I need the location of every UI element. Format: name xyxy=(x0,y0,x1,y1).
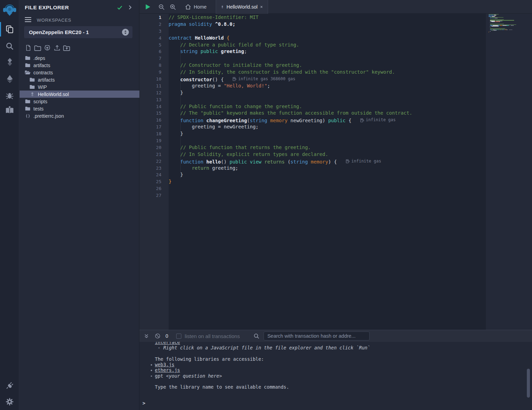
code-line[interactable]: 1// SPDX-License-Identifier: MIT xyxy=(139,14,486,21)
code-line-content: // Public function to change the greetin… xyxy=(169,103,302,110)
zoom-out-icon[interactable] xyxy=(158,0,165,14)
listen-transactions-checkbox[interactable] xyxy=(176,334,181,339)
line-number: 5 xyxy=(139,42,169,49)
code-line-content: // Public function that returns the gree… xyxy=(169,144,311,151)
file-explorer-toolbar xyxy=(24,44,70,52)
file-tree-label: WIP xyxy=(38,84,47,90)
zoom-in-icon[interactable] xyxy=(170,0,176,14)
file-tree-item-scripts[interactable]: scripts xyxy=(20,98,139,105)
editor-tabbar: Home HelloWorld.sol xyxy=(139,0,532,14)
clone-github-icon[interactable] xyxy=(44,44,51,52)
code-line[interactable]: 2pragma solidity ^0.8.0; xyxy=(139,21,486,28)
clear-console-icon[interactable] xyxy=(155,333,160,339)
gas-estimate-badge: infinite gas xyxy=(360,117,396,124)
code-line[interactable]: 20 // Public function that returns the g… xyxy=(139,144,486,151)
code-line[interactable]: 21 // In Solidity, explicit return types… xyxy=(139,151,486,158)
code-line[interactable]: 26 xyxy=(139,185,486,192)
line-number: 7 xyxy=(139,55,169,62)
panel-chevron-right-icon[interactable] xyxy=(127,5,132,11)
code-line[interactable]: 3 xyxy=(139,28,486,35)
plugin-manager-icon[interactable] xyxy=(0,381,19,390)
code-line[interactable]: 12 } xyxy=(139,90,486,96)
code-line[interactable]: 13 xyxy=(139,96,486,103)
code-line-content: } xyxy=(169,171,183,178)
terminal-link-ethers-js[interactable]: ethers.js xyxy=(155,367,180,373)
code-line[interactable]: 17 greeting = newGreeting; xyxy=(139,124,486,130)
code-line[interactable]: 4contract HelloWorld { xyxy=(139,35,486,42)
code-line[interactable]: 27 xyxy=(139,192,486,199)
file-tree-item-wip[interactable]: WIP xyxy=(20,83,139,91)
line-number: 21 xyxy=(139,151,169,158)
code-line-content: function hello() public view returns (st… xyxy=(169,158,381,165)
code-line[interactable]: 14 // Public function to change the gree… xyxy=(139,103,486,110)
code-line[interactable]: 18 } xyxy=(139,130,486,137)
folder-icon xyxy=(25,63,31,67)
settings-gear-icon[interactable] xyxy=(0,397,19,406)
file-tree-item-artifacts[interactable]: artifacts xyxy=(20,76,139,83)
file-tree-item-helloworld-sol[interactable]: HelloWorld.sol xyxy=(20,91,139,98)
solidity-compiler-icon[interactable] xyxy=(0,57,19,66)
run-script-button[interactable] xyxy=(145,0,151,14)
folder-open-icon xyxy=(25,70,31,75)
folder-icon xyxy=(29,77,35,82)
code-line[interactable]: 16 function changeGreeting(string memory… xyxy=(139,117,486,124)
code-line[interactable]: 8 // Constructor to initialize the greet… xyxy=(139,62,486,69)
code-line-content: string public greeting; xyxy=(169,48,247,55)
file-tree-item--deps[interactable]: .deps xyxy=(20,54,139,62)
file-explorer-icon[interactable] xyxy=(0,25,19,34)
file-tree-item-contracts[interactable]: contracts xyxy=(20,69,139,76)
file-tree-item-artifacts[interactable]: artifacts xyxy=(20,62,139,69)
code-line[interactable]: 5 // Declare a public field of type stri… xyxy=(139,42,486,49)
code-line[interactable]: 9 // In Solidity, the constructor is def… xyxy=(139,69,486,76)
line-number: 23 xyxy=(139,165,169,172)
terminal-prompt[interactable]: > xyxy=(142,400,145,406)
terminal-link-web3-js[interactable]: web3.js xyxy=(155,362,174,367)
workspaces-menu-icon[interactable] xyxy=(25,17,31,23)
workspace-select[interactable]: OpenZeppelin ERC20 - 1 xyxy=(24,26,132,38)
file-tree-item-tests[interactable]: tests xyxy=(20,105,139,112)
code-line[interactable]: 15 // The "public" keyword makes the fun… xyxy=(139,110,486,117)
terminal-search-input[interactable] xyxy=(264,332,370,340)
terminal-output[interactable]: interface - Right click on a JavaScript … xyxy=(139,342,532,410)
new-file-icon[interactable] xyxy=(24,44,32,52)
code-line[interactable]: 25} xyxy=(139,178,486,185)
upload-folder-icon[interactable] xyxy=(63,44,70,52)
file-tree-label: scripts xyxy=(33,99,47,104)
file-tree-label: .deps xyxy=(33,55,45,61)
code-line[interactable]: 11 greeting = "Hello, World!"; xyxy=(139,83,486,90)
code-line-content: constructor() {infinite gas 368600 gas xyxy=(169,76,295,83)
code-line[interactable]: 7 xyxy=(139,55,486,62)
activity-bar xyxy=(0,0,19,410)
remix-logo-icon[interactable] xyxy=(0,3,19,17)
folder-icon xyxy=(29,85,35,89)
code-line-content: // Constructor to initialize the greetin… xyxy=(169,62,302,69)
workspace-check-icon[interactable] xyxy=(117,4,123,12)
code-line-content: } xyxy=(169,130,183,137)
terminal-scrollbar[interactable] xyxy=(527,369,530,398)
code-line[interactable]: 23 return greeting; xyxy=(139,165,486,172)
deploy-run-icon[interactable] xyxy=(0,74,19,84)
learneth-icon[interactable] xyxy=(0,106,19,114)
file-tree-item--prettierrc-json[interactable]: .prettierrc.json xyxy=(20,112,139,119)
collapse-terminal-icon[interactable] xyxy=(144,334,149,339)
terminal-line: interface xyxy=(155,342,532,345)
debugger-icon[interactable] xyxy=(0,91,19,100)
search-icon[interactable] xyxy=(0,42,19,51)
tab-home[interactable]: Home xyxy=(180,0,211,14)
tab-helloworld-sol[interactable]: HelloWorld.sol xyxy=(216,0,268,14)
solidity-file-icon xyxy=(221,4,224,10)
code-line[interactable]: 10 constructor() {infinite gas 368600 ga… xyxy=(139,76,486,83)
code-line[interactable]: 6 string public greeting; xyxy=(139,48,486,55)
gas-estimate-badge: infinite gas xyxy=(346,158,381,165)
code-editor[interactable]: 1// SPDX-License-Identifier: MIT2pragma … xyxy=(139,14,486,330)
close-tab-icon[interactable] xyxy=(260,5,263,9)
code-line[interactable]: 19 xyxy=(139,137,486,144)
code-line[interactable]: 22 function hello() public view returns … xyxy=(139,158,486,165)
file-tree-label: artifacts xyxy=(33,63,50,68)
minimap[interactable] xyxy=(486,14,532,330)
line-number: 24 xyxy=(139,171,169,178)
upload-file-icon[interactable] xyxy=(53,44,61,52)
file-tree-label: contracts xyxy=(33,70,53,75)
new-folder-icon[interactable] xyxy=(34,44,41,52)
code-line[interactable]: 24 } xyxy=(139,171,486,178)
